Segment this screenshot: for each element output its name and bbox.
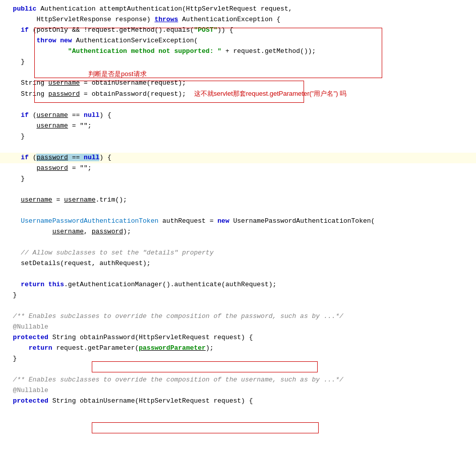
code-line-28: } [0, 290, 476, 301]
code-line-13: } [0, 132, 476, 142]
code-line-37: @Nullable [0, 385, 476, 396]
code-line-19: username = username.trim(); [0, 195, 476, 206]
code-line-20 [0, 206, 476, 216]
code-line-12: username = ""; [0, 121, 476, 132]
code-line-17: } [0, 174, 476, 184]
code-line-32: protected String obtainPassword(HttpServ… [0, 333, 476, 343]
code-line-8: String username = obtainUsername(request… [0, 78, 476, 89]
annotation-box-obtain-username [92, 422, 319, 433]
code-line-11: if (username == null) { [0, 110, 476, 121]
code-line-29 [0, 301, 476, 311]
code-line-1: public Authentication attemptAuthenticat… [0, 4, 476, 15]
code-line-30: /** Enables subclasses to override the c… [0, 311, 476, 322]
code-line-14 [0, 142, 476, 153]
code-line-26 [0, 269, 476, 280]
code-line-35 [0, 364, 476, 375]
code-line-16: password = ""; [0, 163, 476, 174]
code-line-21: UsernamePasswordAuthenticationToken auth… [0, 216, 476, 227]
code-line-18 [0, 184, 476, 195]
code-line-34: } [0, 354, 476, 364]
code-line-22: username, password); [0, 227, 476, 237]
code-line-31: @Nullable [0, 322, 476, 333]
code-line-25: setDetails(request, authRequest); [0, 259, 476, 269]
code-line-36: /** Enables subclasses to override the c… [0, 375, 476, 385]
code-line-24: // Allow subclasses to set the "details"… [0, 248, 476, 259]
code-line-5: "Authentication method not supported: " … [0, 46, 476, 57]
code-viewer: public Authentication attemptAuthenticat… [0, 0, 476, 411]
code-line-10 [0, 100, 476, 110]
code-line-38: protected String obtainUsername(HttpServ… [0, 396, 476, 407]
code-line-2: HttpServletResponse response) throws Aut… [0, 15, 476, 25]
code-line-15: if (password == null) { [0, 153, 476, 163]
code-line-9: String password = obtainPassword(request… [0, 89, 476, 100]
code-line-7 [0, 68, 476, 78]
code-line-27: return this.getAuthenticationManager().a… [0, 280, 476, 290]
code-line-23 [0, 237, 476, 248]
code-line-33: return request.getParameter(passwordPara… [0, 343, 476, 354]
code-line-6: } [0, 57, 476, 68]
code-line-4: throw new AuthenticationServiceException… [0, 36, 476, 46]
code-line-3: if (postOnly && !request.getMethod().equ… [0, 25, 476, 36]
